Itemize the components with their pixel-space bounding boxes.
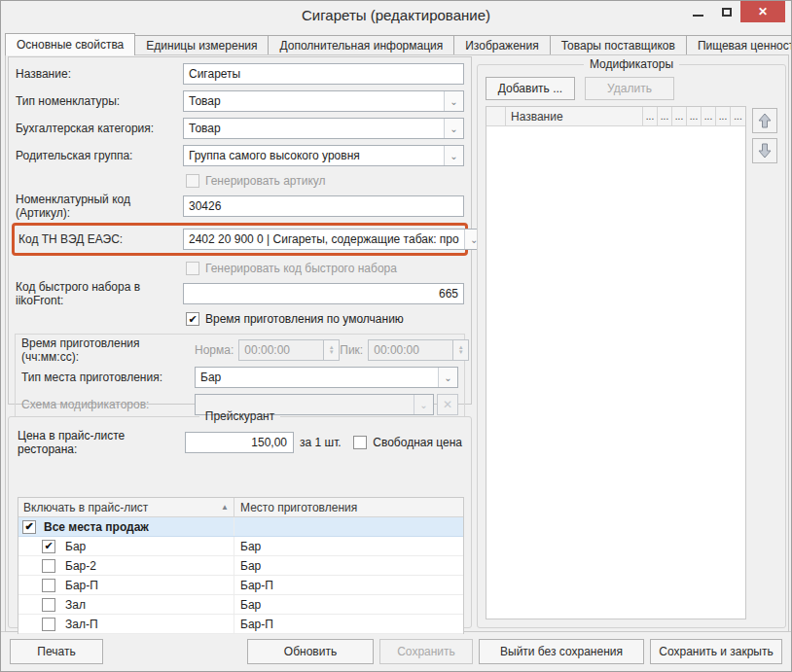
table-row-all-sale-places[interactable]: Все места продаж xyxy=(18,517,463,537)
tab-main-properties[interactable]: Основные свойства xyxy=(5,33,135,55)
modifiers-dot-column-header[interactable]: ... xyxy=(731,107,745,125)
app-window: Сигареты (редактирование) ✕ Основные сво… xyxy=(0,0,792,672)
price-table-col1-header[interactable]: Включать в прайс-лист ▲ xyxy=(18,498,234,516)
minimize-button[interactable] xyxy=(684,1,712,22)
spinner-arrows-icon: ▲▼ xyxy=(453,339,469,361)
close-button[interactable]: ✕ xyxy=(740,1,785,22)
tab-additional-info[interactable]: Дополнительная информация xyxy=(268,35,454,55)
tab-nutrition[interactable]: Пищевая ценность xyxy=(686,35,792,55)
tab-supplier-products[interactable]: Товары поставщиков xyxy=(550,35,687,55)
chevron-down-icon[interactable]: ⌄ xyxy=(444,91,463,111)
modifiers-legend: Модификаторы xyxy=(584,57,679,71)
save-and-close-button[interactable]: Сохранить и закрыть xyxy=(650,639,782,664)
modifiers-table-header: Название ... ... ... ... ... ... ... xyxy=(486,107,745,126)
parent-group-select[interactable]: Группа самого высокого уровня ⌄ xyxy=(183,145,464,166)
modifiers-dot-column-header[interactable]: ... xyxy=(702,107,716,125)
accounting-category-label: Бухгалтерская категория: xyxy=(16,122,183,135)
name-input[interactable]: Сигареты xyxy=(183,63,464,85)
generate-quick-code-label: Генерировать код быстрого набора xyxy=(205,262,397,275)
window-controls: ✕ xyxy=(684,1,785,22)
tab-bar: Основные свойства Единицы измерения Допо… xyxy=(5,33,787,55)
row-checkbox[interactable] xyxy=(42,540,55,553)
tab-units[interactable]: Единицы измерения xyxy=(134,35,269,55)
chevron-down-icon[interactable]: ⌄ xyxy=(438,368,457,387)
name-label: Название: xyxy=(16,67,183,81)
cook-place-type-select[interactable]: Бар ⌄ xyxy=(195,367,458,388)
generate-quick-code-checkbox xyxy=(186,262,199,275)
sort-asc-icon: ▲ xyxy=(221,503,229,512)
price-table-header: Включать в прайс-лист ▲ Место приготовле… xyxy=(18,498,463,517)
modifiers-dot-column-header[interactable]: ... xyxy=(643,107,658,125)
tab-page-main-properties: Название: Сигареты Тип номенклатуры: Тов… xyxy=(5,54,789,632)
peak-time-spinner: 00:00:00 ▲▼ xyxy=(368,339,469,361)
close-icon: ✕ xyxy=(758,5,768,18)
refresh-button[interactable]: Обновить xyxy=(247,639,374,664)
modifiers-row-selector-column xyxy=(486,107,506,125)
row-checkbox[interactable] xyxy=(42,598,55,612)
chevron-down-icon[interactable]: ⌄ xyxy=(444,119,463,138)
free-price-checkbox[interactable] xyxy=(353,436,367,449)
table-row[interactable]: Зал Бар xyxy=(18,595,463,615)
quick-code-label: Код быстрого набора в iikoFront: xyxy=(16,280,183,307)
pricing-legend: Прейскурант xyxy=(199,409,280,423)
save-button: Сохранить xyxy=(379,639,473,664)
row-checkbox[interactable] xyxy=(42,559,55,573)
modifiers-name-column-header[interactable]: Название xyxy=(506,107,643,125)
tab-images[interactable]: Изображения xyxy=(453,35,550,55)
row-checkbox[interactable] xyxy=(42,579,55,592)
tnved-highlight-frame: Код ТН ВЭД ЕАЭС: 2402 20 900 0 | Сигарет… xyxy=(12,223,468,256)
delete-modifier-button: Удалить xyxy=(585,77,674,100)
modifiers-dot-column-header[interactable]: ... xyxy=(672,107,687,125)
window-title: Сигареты (редактирование) xyxy=(1,7,791,23)
pricing-section: Прейскурант Цена в прайс-листе ресторана… xyxy=(8,409,472,628)
table-row[interactable]: Зал-П Бар-П xyxy=(18,615,463,634)
fields-panel: Название: Сигареты Тип номенклатуры: Тов… xyxy=(8,56,472,405)
title-bar: Сигареты (редактирование) ✕ xyxy=(1,1,791,32)
cook-time-label: Время приготовления (чч:мм:сс): xyxy=(21,336,195,364)
price-unit-text: за 1 шт. xyxy=(300,436,342,449)
table-row[interactable]: Бар Бар xyxy=(18,537,463,556)
parent-group-label: Родительская группа: xyxy=(16,149,183,162)
maximize-icon xyxy=(722,8,732,17)
price-label: Цена в прайс-листе ресторана: xyxy=(18,429,185,456)
move-down-button[interactable] xyxy=(752,138,777,163)
quick-code-input[interactable]: 665 xyxy=(183,283,464,304)
footer-bar: Печать Обновить Сохранить Выйти без сохр… xyxy=(1,631,791,671)
table-row[interactable]: Бар-П Бар-П xyxy=(18,576,463,595)
tnved-select[interactable]: 2402 20 900 0 | Сигареты, содержащие таб… xyxy=(183,229,485,250)
norm-time-spinner: 00:00:00 ▲▼ xyxy=(238,339,340,361)
all-places-checkbox[interactable] xyxy=(22,520,36,534)
spinner-arrows-icon: ▲▼ xyxy=(324,339,340,361)
modifiers-dot-column-header[interactable]: ... xyxy=(658,107,672,125)
modifiers-dot-column-header[interactable]: ... xyxy=(716,107,731,125)
exit-without-saving-button[interactable]: Выйти без сохранения xyxy=(479,639,644,664)
modifiers-table: Название ... ... ... ... ... ... ... xyxy=(486,106,746,619)
tnved-label: Код ТН ВЭД ЕАЭС: xyxy=(18,232,183,246)
maximize-button[interactable] xyxy=(712,1,740,22)
minimize-icon xyxy=(693,15,703,17)
peak-label: Пик: xyxy=(340,343,363,357)
price-input[interactable]: 150,00 xyxy=(185,432,294,453)
arrow-down-icon xyxy=(758,143,772,159)
table-row[interactable]: Бар-2 Бар xyxy=(18,556,463,576)
price-table-col2-header[interactable]: Место приготовления xyxy=(234,498,463,516)
print-button[interactable]: Печать xyxy=(10,639,103,664)
nomenclature-type-label: Тип номенклатуры: xyxy=(16,94,183,108)
article-label: Номенклатурный код (Артикул): xyxy=(16,193,183,220)
arrow-up-icon xyxy=(758,113,772,128)
modifiers-section: Модификаторы Добавить ... Удалить Назван… xyxy=(477,57,786,628)
generate-article-label: Генерировать артикул xyxy=(205,174,326,188)
cook-place-type-label: Тип места приготовления: xyxy=(21,371,195,384)
move-up-button[interactable] xyxy=(752,108,777,133)
modifiers-dot-column-header[interactable]: ... xyxy=(687,107,702,125)
default-cook-time-checkbox[interactable] xyxy=(186,312,199,326)
nomenclature-type-select[interactable]: Товар ⌄ xyxy=(183,90,464,112)
default-cook-time-label: Время приготовления по умолчанию xyxy=(205,312,404,326)
add-modifier-button[interactable]: Добавить ... xyxy=(486,77,575,100)
accounting-category-select[interactable]: Товар ⌄ xyxy=(183,118,464,139)
row-checkbox[interactable] xyxy=(42,618,55,631)
generate-article-checkbox xyxy=(186,174,199,188)
article-input[interactable]: 30426 xyxy=(183,195,464,217)
chevron-down-icon[interactable]: ⌄ xyxy=(444,146,463,165)
norm-label: Норма: xyxy=(195,343,234,357)
